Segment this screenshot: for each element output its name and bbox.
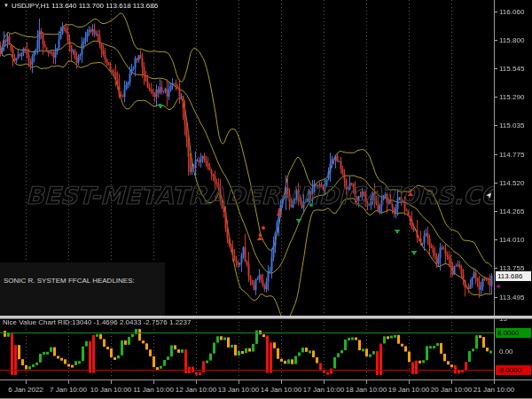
chevron-down-icon[interactable]: ▼ <box>4 3 9 8</box>
price-axis-tick <box>495 12 497 12</box>
time-axis-tick <box>196 380 197 384</box>
price-axis-tick <box>495 183 497 184</box>
price-axis-tick <box>495 211 497 212</box>
nice-value-chart-canvas[interactable] <box>0 318 494 379</box>
time-axis-tick <box>324 380 325 384</box>
time-axis-tick <box>111 380 112 384</box>
time-axis-tick <box>26 380 27 384</box>
price-tick-label: 114.265 <box>499 207 524 215</box>
price-tick-label: 115.290 <box>499 93 524 101</box>
time-tick-label: 13 Jan 10:00 <box>218 386 259 394</box>
price-tick-label: 115.035 <box>499 121 524 129</box>
price-tick-label: 114.520 <box>499 179 524 187</box>
ffcal-headlines-text: SONIC R. SYSTEM FFCAL HEADLINES: <box>4 277 135 285</box>
time-tick-label: 19 Jan 10:00 <box>388 386 429 394</box>
time-tick-label: 7 Jan 10:00 <box>50 386 87 394</box>
chart-symbol-ohlc-label: ▼USDJPY,H1 113.640 113.700 113.618 113.6… <box>4 2 158 11</box>
time-axis-tick <box>153 380 154 384</box>
price-axis-tick <box>495 40 497 41</box>
price-axis-tick <box>495 68 497 69</box>
time-tick-label: 6 Jan 2022 <box>8 386 43 394</box>
time-axis-tick <box>68 380 69 384</box>
price-tick-label: 113.495 <box>499 293 524 301</box>
time-axis-tick <box>239 380 239 384</box>
price-axis-tick <box>495 239 497 240</box>
price-axis-tick <box>495 97 497 98</box>
time-axis-tick <box>494 380 495 384</box>
lower-level-box: -8.0000 <box>496 365 531 375</box>
window-splitter[interactable] <box>0 316 532 319</box>
time-axis-tick <box>409 380 410 384</box>
time-tick-label: 11 Jan 10:00 <box>133 386 174 394</box>
indicator-name-label: Nice Value Chart RID:13040 -1.4696 2.043… <box>3 318 191 326</box>
mt4-chart-window: ▼USDJPY,H1 113.640 113.700 113.618 113.6… <box>0 0 532 399</box>
time-axis-tick <box>281 380 282 384</box>
time-axis-tick <box>451 380 452 384</box>
price-axis-tick <box>495 268 497 269</box>
watermark-text: BEST-METATRADER-INDICATORS.COM <box>26 182 505 209</box>
time-tick-label: 18 Jan 10:00 <box>346 386 387 394</box>
time-axis[interactable]: 6 Jan 20227 Jan 10:0010 Jan 10:0011 Jan … <box>0 380 532 399</box>
ffcal-headlines-panel: SONIC R. SYSTEM FFCAL HEADLINES: <box>0 262 165 316</box>
time-tick-label: 21 Jan 10:00 <box>473 386 514 394</box>
time-tick-label: 14 Jan 10:00 <box>261 386 301 394</box>
price-tick-label: 114.010 <box>499 236 524 244</box>
indicator-tick-label: 0.00 <box>499 348 513 356</box>
time-tick-label: 17 Jan 10:00 <box>303 386 344 394</box>
symbol-ohlc-text: USDJPY,H1 113.640 113.700 113.618 113.68… <box>12 2 158 10</box>
price-tick-label: 115.800 <box>499 36 524 44</box>
price-tick-label: 116.060 <box>499 8 524 16</box>
price-axis-tick <box>495 154 497 155</box>
time-tick-label: 10 Jan 10:00 <box>90 386 131 394</box>
magenta-price-arrow-icon: ◄ <box>495 283 501 289</box>
price-axis-tick <box>495 125 497 126</box>
time-axis-tick <box>366 380 367 384</box>
price-axis[interactable]: 116.060115.800115.545115.290115.035114.7… <box>494 0 532 379</box>
upper-level-box: 8.0000 <box>496 328 531 338</box>
time-tick-label: 20 Jan 10:00 <box>431 386 472 394</box>
price-tick-label: 115.545 <box>499 65 524 73</box>
price-tick-label: 114.775 <box>499 151 524 159</box>
price-axis-tick <box>495 297 497 298</box>
current-price-box: 113.686 <box>496 271 531 281</box>
time-tick-label: 12 Jan 10:00 <box>176 386 216 394</box>
